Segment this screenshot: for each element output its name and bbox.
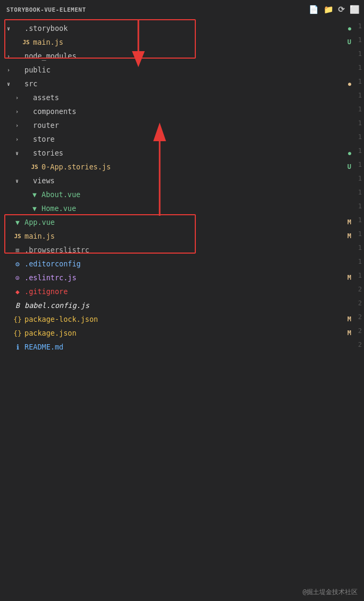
item-label: .storybook [24, 24, 348, 33]
item-label: components [33, 107, 351, 116]
tree-item-browserslistrc[interactable]: ≡.browserslistrc [0, 243, 364, 257]
tree-item-0-app-stories[interactable]: JS0-App.stories.jsU [0, 160, 364, 174]
item-label: router [33, 121, 351, 129]
badge: U [348, 163, 351, 170]
item-label: README.md [24, 343, 351, 351]
line-number: 1 [358, 185, 362, 199]
tree-item-public[interactable]: ›public [0, 63, 364, 77]
line-number: 1 [358, 213, 362, 227]
refresh-icon[interactable]: ⟳ [338, 5, 345, 14]
chevron-icon: ∨ [4, 81, 13, 87]
badge: M [348, 329, 351, 337]
explorer-title-bar: STORYBOOK-VUE-ELEMENT 📄 📁 ⟳ ⬜ [0, 0, 364, 19]
new-folder-icon[interactable]: 📁 [324, 5, 334, 14]
tree-item-editorconfig[interactable]: ⚙.editorconfig [0, 257, 364, 271]
badge: U [348, 38, 351, 46]
item-label: assets [33, 93, 351, 102]
chevron-icon: ∨ [4, 26, 13, 31]
config-icon: ⚙ [13, 260, 22, 268]
line-number: 1 [358, 227, 362, 241]
tree-item-components[interactable]: ›components [0, 104, 364, 118]
vue-icon: ▼ [13, 218, 22, 226]
eslint-icon: ⊙ [13, 274, 22, 282]
tree-item-package-lock[interactable]: {}package-lock.jsonM [0, 312, 364, 326]
tree-item-store[interactable]: ›store [0, 132, 364, 146]
json-icon: {} [13, 329, 22, 337]
tree-item-stories[interactable]: ∨stories [0, 146, 364, 160]
badge: M [348, 232, 351, 240]
line-number: 1 [358, 199, 362, 213]
item-label: public [24, 66, 351, 74]
js-icon: JS [30, 164, 39, 170]
tree-item-package-json[interactable]: {}package.jsonM [0, 326, 364, 340]
chevron-icon: › [4, 67, 13, 73]
chevron-icon: › [13, 109, 21, 115]
item-label: .eslintrc.js [24, 273, 348, 282]
babel-icon: B [13, 302, 22, 310]
line-number: 1 [358, 102, 362, 116]
title-text: STORYBOOK-VUE-ELEMENT [6, 6, 86, 13]
line-numbers: 111111111111111111122222 [351, 19, 364, 352]
item-label: package.json [24, 329, 348, 337]
badge: M [348, 218, 351, 226]
item-label: 0-App.stories.js [42, 163, 348, 171]
vue-icon: ▼ [30, 205, 39, 213]
line-number: 1 [358, 158, 362, 172]
item-label: .editorconfig [24, 259, 351, 268]
chevron-icon: › [13, 123, 21, 128]
js-icon: JS [13, 233, 22, 240]
line-number: 2 [358, 282, 362, 296]
tree-item-readme[interactable]: ℹREADME.md [0, 340, 364, 354]
git-icon: ◆ [13, 288, 22, 296]
tree-item-app-vue[interactable]: ▼App.vueM [0, 215, 364, 229]
tree-item-node-modules[interactable]: ›node_modules [0, 49, 364, 63]
item-label: store [33, 135, 351, 143]
tree-item-src[interactable]: ∨src [0, 77, 364, 91]
line-number: 1 [358, 61, 362, 75]
tree-item-main-js-storybook[interactable]: JSmain.jsU [0, 35, 364, 49]
collapse-icon[interactable]: ⬜ [350, 5, 360, 14]
line-number: 2 [358, 296, 362, 310]
item-label: Home.vue [42, 204, 351, 213]
item-label: About.vue [42, 190, 351, 199]
line-number: 1 [358, 116, 362, 130]
tree-item-about-vue[interactable]: ▼About.vue [0, 188, 364, 201]
chevron-icon: › [13, 95, 21, 101]
line-number: 1 [358, 144, 362, 158]
tree-item-babel-config[interactable]: Bbabel.config.js [0, 298, 364, 312]
item-label: .gitignore [24, 287, 351, 296]
watermark: @掘土堤金技术社区 [303, 588, 358, 597]
item-label: src [24, 79, 348, 88]
json-icon: {} [13, 315, 22, 323]
line-number: 1 [358, 172, 362, 185]
tree-item-home-vue[interactable]: ▼Home.vue [0, 201, 364, 215]
line-number: 1 [358, 75, 362, 88]
line-number: 1 [358, 269, 362, 282]
tree-item-router[interactable]: ›router [0, 118, 364, 132]
new-file-icon[interactable]: 📄 [309, 5, 319, 14]
title-icons[interactable]: 📄 📁 ⟳ ⬜ [309, 5, 360, 14]
vue-icon: ▼ [30, 191, 39, 199]
tree-item-storybook-folder[interactable]: ∨.storybook [0, 21, 364, 35]
line-number: 1 [358, 255, 362, 269]
tree-item-assets[interactable]: ›assets [0, 91, 364, 104]
item-label: stories [33, 149, 348, 157]
line-number: 1 [358, 88, 362, 102]
tree-item-main-js[interactable]: JSmain.jsM [0, 229, 364, 243]
line-number: 1 [358, 130, 362, 144]
tree-item-views[interactable]: ∨views [0, 174, 364, 188]
line-number: 1 [358, 47, 362, 61]
file-tree: ∨.storybookJSmain.jsU›node_modules›publi… [0, 19, 364, 356]
line-number: 1 [358, 19, 362, 33]
line-number: 2 [358, 324, 362, 338]
chevron-icon: › [4, 53, 13, 59]
line-number: 2 [358, 310, 362, 324]
tree-item-eslintrc[interactable]: ⊙.eslintrc.jsM [0, 271, 364, 285]
line-number: 1 [358, 33, 362, 47]
badge: M [348, 315, 351, 323]
item-label: main.js [33, 38, 348, 46]
badge: M [348, 274, 351, 281]
readme-icon: ℹ [13, 343, 22, 351]
js-icon: JS [21, 39, 31, 46]
tree-item-gitignore[interactable]: ◆.gitignore [0, 285, 364, 298]
